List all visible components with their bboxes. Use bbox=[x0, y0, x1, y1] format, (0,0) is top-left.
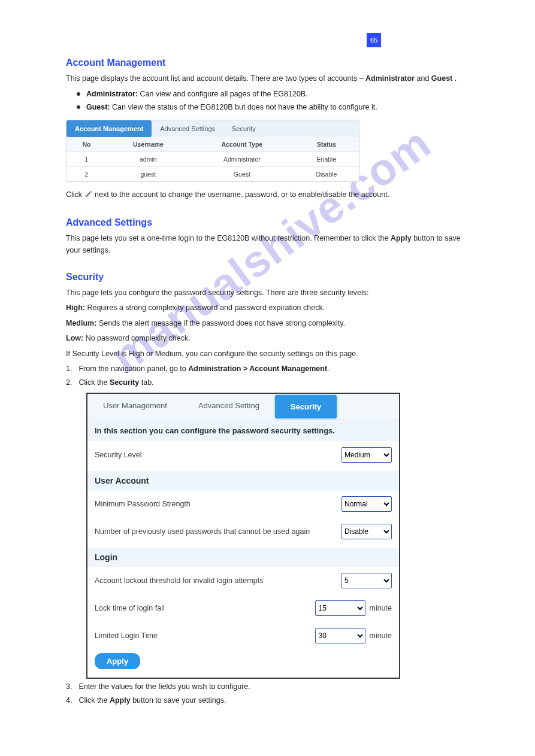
section-heading-advanced-settings: Advanced Settings bbox=[66, 217, 469, 228]
label-limited-login: Limited Login Time bbox=[95, 631, 315, 640]
para-security-1: This page lets you configure the passwor… bbox=[66, 287, 469, 299]
label-lock-time: Lock time of login fail bbox=[95, 604, 315, 612]
heading-user-account: User Account bbox=[87, 471, 399, 490]
section-heading-account-management: Account Management bbox=[66, 57, 469, 68]
para-low: Low: No password complexity check. bbox=[66, 333, 469, 344]
para-medium: Medium: Sends the alert message if the p… bbox=[66, 318, 469, 329]
tab-security-active[interactable]: Security bbox=[275, 395, 337, 418]
col-account-type: Account Type bbox=[190, 137, 294, 152]
select-prev-passwords[interactable]: Disable bbox=[341, 524, 392, 539]
step-1: 1. From the navigation panel, go to Admi… bbox=[66, 363, 469, 375]
select-lockout-threshold[interactable]: 5 bbox=[341, 573, 392, 588]
col-status: Status bbox=[294, 137, 359, 152]
select-security-level[interactable]: Medium bbox=[341, 447, 392, 463]
table-row[interactable]: 2 guest Guest Disable bbox=[67, 166, 359, 181]
page-number-badge: 65 bbox=[367, 33, 381, 47]
label-min-pw-strength: Minimum Password Strength bbox=[95, 500, 341, 508]
figure-security-panel: User Management Advanced Setting Securit… bbox=[86, 393, 400, 679]
unit-minute-1: minute bbox=[369, 604, 392, 612]
pencil-icon bbox=[84, 190, 93, 202]
select-min-pw-strength[interactable]: Normal bbox=[341, 496, 392, 512]
tab-advanced-setting[interactable]: Advanced Setting bbox=[183, 394, 275, 420]
tab-user-management[interactable]: User Management bbox=[87, 394, 183, 420]
label-security-level: Security Level bbox=[95, 451, 341, 459]
tab-advanced-settings[interactable]: Advanced Settings bbox=[152, 120, 223, 137]
apply-button[interactable]: Apply bbox=[95, 653, 140, 669]
select-limited-login[interactable]: 30 bbox=[315, 628, 365, 643]
unit-minute-2: minute bbox=[369, 631, 392, 640]
label-lockout-threshold: Account lockout threshold for invalid lo… bbox=[95, 576, 341, 585]
step-3: 3. Enter the values for the fields you w… bbox=[66, 681, 469, 693]
para-low2: If Security Level is High or Medium, you… bbox=[66, 348, 469, 360]
section-heading-security: Security bbox=[66, 272, 469, 283]
tab-account-management[interactable]: Account Management bbox=[67, 120, 152, 137]
col-no: No bbox=[67, 137, 107, 152]
figure-account-management-table: Account Management Advanced Settings Sec… bbox=[66, 120, 359, 182]
para-high: High: Requires a strong complexity passw… bbox=[66, 302, 469, 314]
table-row[interactable]: 1 admin Administrator Enable bbox=[67, 151, 359, 166]
para-advanced: This page lets you set a one‑time login … bbox=[66, 233, 469, 256]
security-description: In this section you can configure the pa… bbox=[87, 420, 399, 441]
para-click-pencil: Click next to the account to change the … bbox=[66, 189, 469, 202]
label-prev-passwords: Number of previously used passwords that… bbox=[95, 527, 341, 536]
step-2: 2. Click the Security tab. bbox=[66, 377, 469, 388]
heading-login: Login bbox=[87, 548, 399, 567]
para-account-intro: This page displays the account list and … bbox=[66, 73, 469, 84]
select-lock-time[interactable]: 15 bbox=[315, 600, 365, 616]
tab-security[interactable]: Security bbox=[223, 120, 264, 137]
step-4: 4. Click the Apply button to save your s… bbox=[66, 695, 469, 706]
account-type-list: Administrator: Can view and configure al… bbox=[77, 88, 469, 114]
col-username: Username bbox=[107, 137, 190, 152]
